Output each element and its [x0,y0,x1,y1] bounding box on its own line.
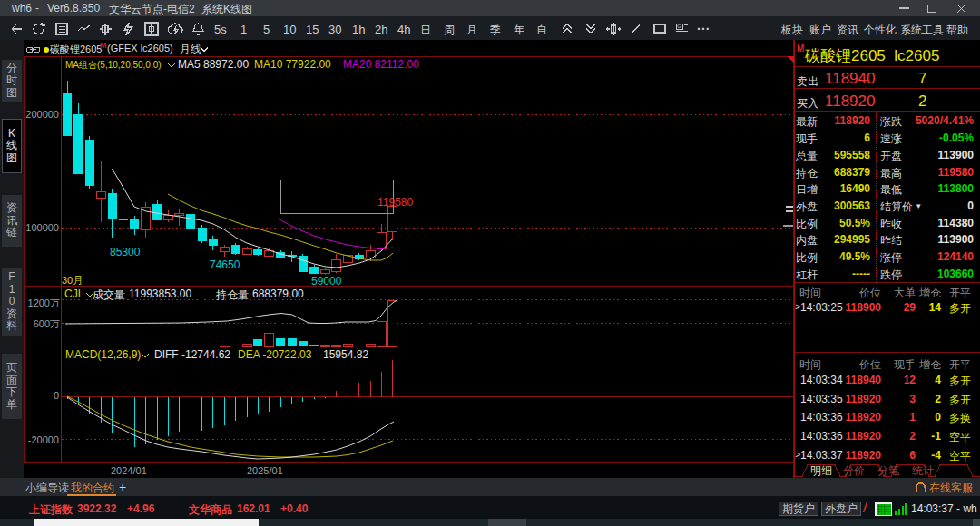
svg-text:G: G [677,24,681,29]
